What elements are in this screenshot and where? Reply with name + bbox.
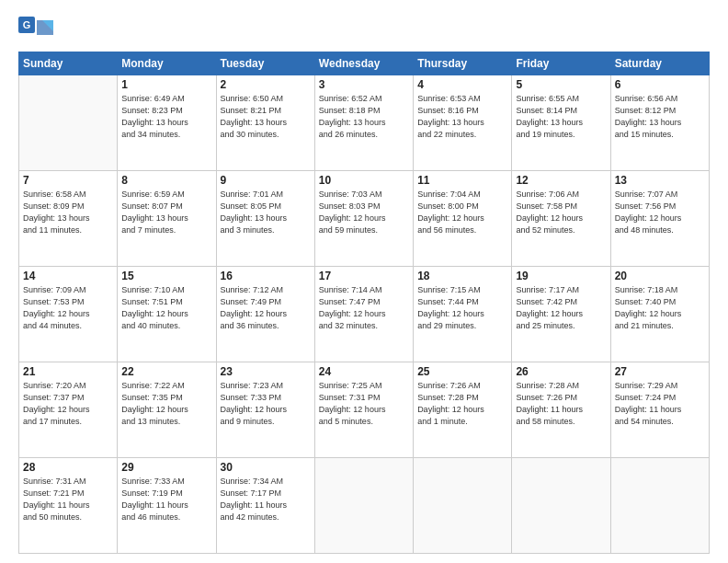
day-number: 23	[221, 365, 311, 378]
day-cell: 10Sunrise: 7:03 AM Sunset: 8:03 PM Dayli…	[314, 171, 413, 267]
week-row-2: 14Sunrise: 7:09 AM Sunset: 7:53 PM Dayli…	[19, 267, 710, 362]
day-cell: 15Sunrise: 7:10 AM Sunset: 7:51 PM Dayli…	[118, 267, 216, 362]
day-info: Sunrise: 7:23 AM Sunset: 7:33 PM Dayligh…	[221, 380, 311, 428]
day-info: Sunrise: 6:58 AM Sunset: 8:09 PM Dayligh…	[23, 189, 113, 236]
day-info: Sunrise: 7:04 AM Sunset: 8:00 PM Dayligh…	[417, 189, 507, 236]
day-number: 15	[121, 270, 211, 282]
weekday-thursday: Thursday	[414, 52, 512, 75]
day-cell: 30Sunrise: 7:34 AM Sunset: 7:17 PM Dayli…	[216, 458, 314, 554]
day-info: Sunrise: 7:17 AM Sunset: 7:42 PM Dayligh…	[516, 284, 606, 332]
logo-icon: G	[18, 17, 53, 46]
day-cell: 3Sunrise: 6:52 AM Sunset: 8:18 PM Daylig…	[314, 75, 413, 171]
day-cell: 12Sunrise: 7:06 AM Sunset: 7:58 PM Dayli…	[512, 171, 610, 267]
day-cell	[512, 458, 610, 554]
day-cell: 2Sunrise: 6:50 AM Sunset: 8:21 PM Daylig…	[216, 75, 314, 171]
day-info: Sunrise: 7:18 AM Sunset: 7:40 PM Dayligh…	[615, 284, 705, 332]
day-info: Sunrise: 7:15 AM Sunset: 7:44 PM Dayligh…	[417, 284, 507, 332]
day-info: Sunrise: 7:06 AM Sunset: 7:58 PM Dayligh…	[516, 189, 606, 236]
day-number: 27	[615, 365, 705, 378]
day-info: Sunrise: 7:20 AM Sunset: 7:37 PM Dayligh…	[23, 380, 113, 428]
day-info: Sunrise: 7:12 AM Sunset: 7:49 PM Dayligh…	[221, 284, 311, 332]
day-info: Sunrise: 7:03 AM Sunset: 8:03 PM Dayligh…	[319, 189, 409, 236]
day-cell: 14Sunrise: 7:09 AM Sunset: 7:53 PM Dayli…	[19, 267, 118, 362]
day-number: 14	[23, 270, 113, 282]
page: G SundayMondayTuesdayWednesdayThursdayFr…	[0, 0, 728, 563]
day-cell: 28Sunrise: 7:31 AM Sunset: 7:21 PM Dayli…	[19, 458, 118, 554]
week-row-0: 1Sunrise: 6:49 AM Sunset: 8:23 PM Daylig…	[19, 75, 710, 171]
day-number: 11	[417, 174, 507, 187]
day-info: Sunrise: 7:26 AM Sunset: 7:28 PM Dayligh…	[417, 380, 507, 428]
day-number: 6	[615, 78, 705, 91]
day-info: Sunrise: 7:31 AM Sunset: 7:21 PM Dayligh…	[23, 476, 113, 523]
day-number: 19	[516, 270, 606, 282]
day-cell: 26Sunrise: 7:28 AM Sunset: 7:26 PM Dayli…	[512, 362, 610, 458]
day-number: 25	[417, 365, 507, 378]
day-cell: 22Sunrise: 7:22 AM Sunset: 7:35 PM Dayli…	[118, 362, 216, 458]
day-cell	[610, 458, 709, 554]
day-cell: 21Sunrise: 7:20 AM Sunset: 7:37 PM Dayli…	[19, 362, 118, 458]
day-number: 21	[23, 365, 113, 378]
day-cell: 9Sunrise: 7:01 AM Sunset: 8:05 PM Daylig…	[216, 171, 314, 267]
week-row-3: 21Sunrise: 7:20 AM Sunset: 7:37 PM Dayli…	[19, 362, 710, 458]
day-cell: 17Sunrise: 7:14 AM Sunset: 7:47 PM Dayli…	[314, 267, 413, 362]
day-info: Sunrise: 7:28 AM Sunset: 7:26 PM Dayligh…	[516, 380, 606, 428]
day-info: Sunrise: 6:49 AM Sunset: 8:23 PM Dayligh…	[121, 93, 211, 141]
day-cell: 23Sunrise: 7:23 AM Sunset: 7:33 PM Dayli…	[216, 362, 314, 458]
weekday-sunday: Sunday	[19, 52, 118, 75]
day-info: Sunrise: 6:50 AM Sunset: 8:21 PM Dayligh…	[221, 93, 311, 141]
day-number: 2	[221, 78, 311, 91]
weekday-tuesday: Tuesday	[216, 52, 314, 75]
day-cell: 8Sunrise: 6:59 AM Sunset: 8:07 PM Daylig…	[118, 171, 216, 267]
day-cell: 16Sunrise: 7:12 AM Sunset: 7:49 PM Dayli…	[216, 267, 314, 362]
weekday-wednesday: Wednesday	[314, 52, 413, 75]
day-number: 7	[23, 174, 113, 187]
day-info: Sunrise: 6:52 AM Sunset: 8:18 PM Dayligh…	[319, 93, 409, 141]
day-info: Sunrise: 6:55 AM Sunset: 8:14 PM Dayligh…	[516, 93, 606, 141]
day-number: 3	[319, 78, 409, 91]
day-cell: 11Sunrise: 7:04 AM Sunset: 8:00 PM Dayli…	[414, 171, 512, 267]
day-number: 29	[121, 461, 211, 474]
day-cell: 6Sunrise: 6:56 AM Sunset: 8:12 PM Daylig…	[610, 75, 709, 171]
day-info: Sunrise: 7:14 AM Sunset: 7:47 PM Dayligh…	[319, 284, 409, 332]
day-info: Sunrise: 7:01 AM Sunset: 8:05 PM Dayligh…	[221, 189, 311, 236]
week-row-1: 7Sunrise: 6:58 AM Sunset: 8:09 PM Daylig…	[19, 171, 710, 267]
day-number: 4	[417, 78, 507, 91]
day-cell: 1Sunrise: 6:49 AM Sunset: 8:23 PM Daylig…	[118, 75, 216, 171]
weekday-saturday: Saturday	[610, 52, 709, 75]
week-row-4: 28Sunrise: 7:31 AM Sunset: 7:21 PM Dayli…	[19, 458, 710, 554]
day-info: Sunrise: 6:53 AM Sunset: 8:16 PM Dayligh…	[417, 93, 507, 141]
day-number: 10	[319, 174, 409, 187]
day-cell	[414, 458, 512, 554]
weekday-friday: Friday	[512, 52, 610, 75]
day-number: 24	[319, 365, 409, 378]
day-info: Sunrise: 7:22 AM Sunset: 7:35 PM Dayligh…	[121, 380, 211, 428]
day-number: 26	[516, 365, 606, 378]
day-cell: 24Sunrise: 7:25 AM Sunset: 7:31 PM Dayli…	[314, 362, 413, 458]
day-info: Sunrise: 7:33 AM Sunset: 7:19 PM Dayligh…	[121, 476, 211, 523]
day-info: Sunrise: 7:09 AM Sunset: 7:53 PM Dayligh…	[23, 284, 113, 332]
day-number: 20	[615, 270, 705, 282]
day-cell	[19, 75, 118, 171]
day-info: Sunrise: 7:29 AM Sunset: 7:24 PM Dayligh…	[615, 380, 705, 428]
day-number: 28	[23, 461, 113, 474]
day-number: 17	[319, 270, 409, 282]
day-number: 13	[615, 174, 705, 187]
day-cell	[314, 458, 413, 554]
day-cell: 19Sunrise: 7:17 AM Sunset: 7:42 PM Dayli…	[512, 267, 610, 362]
day-number: 30	[221, 461, 311, 474]
day-number: 18	[417, 270, 507, 282]
day-cell: 7Sunrise: 6:58 AM Sunset: 8:09 PM Daylig…	[19, 171, 118, 267]
day-number: 12	[516, 174, 606, 187]
day-cell: 20Sunrise: 7:18 AM Sunset: 7:40 PM Dayli…	[610, 267, 709, 362]
day-number: 9	[221, 174, 311, 187]
svg-text:G: G	[23, 19, 31, 30]
calendar-table: SundayMondayTuesdayWednesdayThursdayFrid…	[18, 52, 710, 554]
day-info: Sunrise: 6:59 AM Sunset: 8:07 PM Dayligh…	[121, 189, 211, 236]
day-info: Sunrise: 7:10 AM Sunset: 7:51 PM Dayligh…	[121, 284, 211, 332]
day-number: 8	[121, 174, 211, 187]
day-number: 22	[121, 365, 211, 378]
logo: G	[18, 17, 57, 46]
day-cell: 18Sunrise: 7:15 AM Sunset: 7:44 PM Dayli…	[414, 267, 512, 362]
day-cell: 27Sunrise: 7:29 AM Sunset: 7:24 PM Dayli…	[610, 362, 709, 458]
day-info: Sunrise: 6:56 AM Sunset: 8:12 PM Dayligh…	[615, 93, 705, 141]
